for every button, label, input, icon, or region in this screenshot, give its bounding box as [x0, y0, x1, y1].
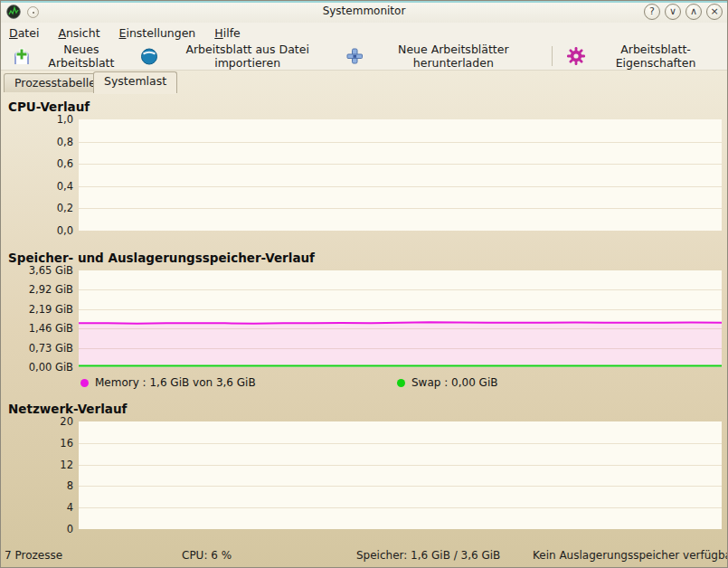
- menu-ansicht[interactable]: Ansicht: [58, 26, 99, 40]
- maximize-button[interactable]: ∧: [685, 4, 702, 20]
- window-top-edge: [1, 1, 727, 3]
- status-cpu-usage: CPU: 6 %: [182, 549, 232, 562]
- minimize-button[interactable]: ∨: [665, 4, 681, 20]
- y-axis-tick-label: 1,46 GiB: [29, 322, 73, 335]
- new-worksheet-icon: [12, 46, 32, 66]
- y-axis-tick-label: 20: [60, 415, 73, 428]
- import-worksheet-icon: [139, 46, 159, 66]
- gridline: [79, 164, 722, 165]
- worksheet-properties-button[interactable]: Arbeitsblatt-Eigenschaften: [560, 41, 727, 71]
- new-worksheet-button[interactable]: Neues Arbeitsblatt: [5, 41, 133, 71]
- titlebar[interactable]: Systemmonitor ?∨∧×: [1, 1, 727, 23]
- y-axis-tick-label: 3,65 GiB: [29, 264, 73, 277]
- window-controls: ?∨∧×: [644, 4, 723, 20]
- y-axis-tick-label: 4: [67, 501, 73, 514]
- y-axis-tick-label: 2,92 GiB: [29, 283, 73, 296]
- tab-systemlast[interactable]: Systemlast: [93, 71, 177, 93]
- y-axis-tick-label: 1,0: [57, 113, 73, 126]
- y-axis-tick-label: 16: [60, 437, 73, 450]
- menu-hilfe[interactable]: Hilfe: [214, 26, 240, 40]
- legend-item-swap: Swap : 0,00 GiB: [397, 374, 497, 391]
- gridline: [79, 507, 722, 508]
- gridline: [79, 208, 722, 209]
- chart-series: [79, 270, 722, 367]
- gridline: [79, 142, 722, 143]
- memory-swap-history-chart[interactable]: 3,65 GiB2,92 GiB2,19 GiB1,46 GiB0,73 GiB…: [79, 270, 722, 367]
- worksheet-properties-icon: [566, 46, 586, 66]
- window-title: Systemmonitor: [1, 5, 727, 17]
- toolbar-button-label: Arbeitsblatt-Eigenschaften: [591, 43, 721, 70]
- gridline: [79, 486, 722, 487]
- y-axis-tick-label: 0,73 GiB: [29, 342, 73, 355]
- menu-datei[interactable]: Datei: [9, 26, 39, 40]
- cpu-chart-plot[interactable]: [79, 119, 722, 231]
- systemmonitor-window: Systemmonitor ?∨∧× DateiAnsichtEinstellu…: [0, 0, 728, 568]
- y-axis-tick-label: 0,6: [57, 157, 73, 170]
- status-swap-availability: Kein Auslagerungsspeicher verfügbar: [533, 549, 728, 562]
- menubar: DateiAnsichtEinstellungenHilfe: [1, 23, 727, 43]
- legend-item-memory: Memory : 1,6 GiB von 3,6 GiB: [80, 374, 256, 391]
- y-axis-tick-label: 0,0: [57, 224, 73, 237]
- network-chart-plot[interactable]: [79, 421, 722, 529]
- status-memory-usage: Speicher: 1,6 GiB / 3,6 GiB: [356, 549, 500, 562]
- memory-chart-y-axis: 3,65 GiB2,92 GiB2,19 GiB1,46 GiB0,73 GiB…: [3, 270, 73, 367]
- network-chart-y-axis: 201612840: [3, 421, 73, 529]
- memory-chart-legend: Memory : 1,6 GiB von 3,6 GiBSwap : 0,00 …: [79, 374, 722, 391]
- close-button[interactable]: ×: [706, 4, 723, 20]
- download-worksheets-icon: [345, 46, 364, 66]
- section-title-network: Netzwerk-Verlauf: [8, 402, 127, 416]
- toolbar-separator: [552, 46, 553, 66]
- toolbar: Neues ArbeitsblattArbeitsblatt aus Datei…: [1, 43, 727, 71]
- section-title-cpu: CPU-Verlauf: [8, 99, 90, 114]
- legend-label: Memory : 1,6 GiB von 3,6 GiB: [95, 376, 256, 389]
- y-axis-tick-label: 8: [67, 479, 73, 492]
- y-axis-tick-label: 0,8: [57, 136, 73, 148]
- y-axis-tick-label: 0,2: [57, 202, 73, 214]
- import-worksheet-button[interactable]: Arbeitsblatt aus Datei importieren: [133, 41, 338, 71]
- menu-einstellungen[interactable]: Einstellungen: [119, 26, 196, 40]
- swap-legend-dot: [397, 379, 405, 387]
- cpu-history-chart[interactable]: 1,00,80,60,40,20,0: [79, 119, 722, 231]
- section-title-memory: Speicher- und Auslagerungsspeicher-Verla…: [8, 251, 315, 265]
- download-worksheets-button[interactable]: Neue Arbeitsblätter herunterladen: [338, 41, 545, 71]
- y-axis-tick-label: 2,19 GiB: [29, 303, 73, 316]
- toolbar-button-label: Neue Arbeitsblätter herunterladen: [369, 43, 539, 70]
- tab-prozesstabelle[interactable]: Prozesstabelle: [4, 73, 107, 92]
- legend-label: Swap : 0,00 GiB: [411, 376, 497, 389]
- gridline: [79, 443, 722, 444]
- worksheet-content: ProzesstabelleSystemlast CPU-Verlauf 1,0…: [1, 71, 727, 567]
- toolbar-button-label: Arbeitsblatt aus Datei importieren: [164, 43, 332, 70]
- gridline: [79, 186, 722, 187]
- toolbar-button-label: Neues Arbeitsblatt: [36, 43, 127, 70]
- memory-chart-plot[interactable]: [79, 270, 722, 367]
- y-axis-tick-label: 12: [60, 459, 73, 471]
- network-history-chart[interactable]: 201612840: [79, 421, 722, 529]
- y-axis-tick-label: 0: [67, 523, 73, 535]
- gridline: [79, 465, 722, 466]
- y-axis-tick-label: 0,00 GiB: [29, 361, 73, 374]
- y-axis-tick-label: 0,4: [57, 180, 73, 193]
- help-button[interactable]: ?: [644, 4, 660, 20]
- cpu-chart-y-axis: 1,00,80,60,40,20,0: [3, 119, 73, 231]
- memory-legend-dot: [80, 379, 89, 387]
- status-process-count: 7 Prozesse: [5, 549, 62, 562]
